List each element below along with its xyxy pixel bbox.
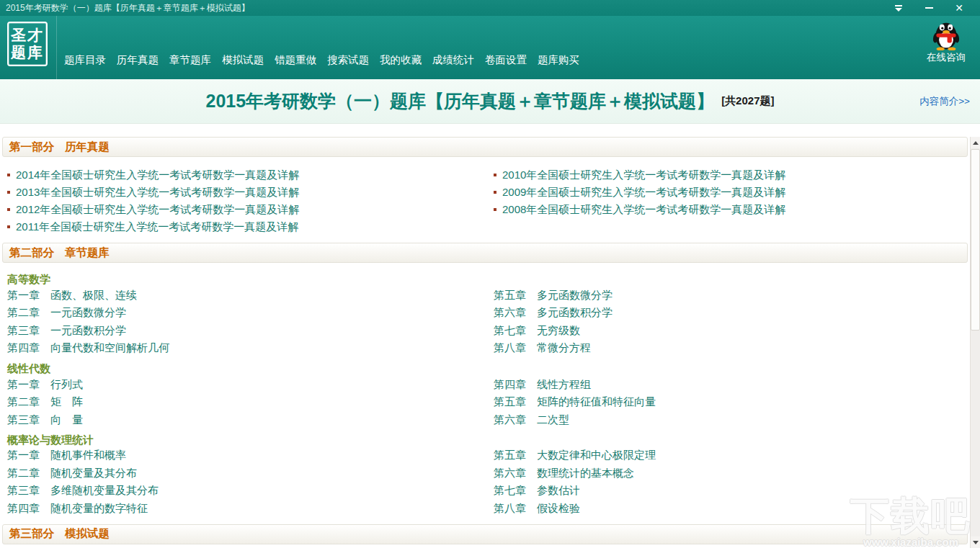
list-item: 第三章多维随机变量及其分布 [0,482,486,500]
chapter-link[interactable]: 第三章多维随机变量及其分布 [7,484,159,498]
list-item: 2013年全国硕士研究生入学统一考试考研数学一真题及详解 [0,184,486,201]
chapter-title: 矩 阵 [50,395,83,408]
chapter-link[interactable]: 第三章向 量 [7,413,83,427]
list-item: 2008年全国硕士研究生入学统一考试考研数学一真题及详解 [486,201,970,218]
list-item: 第三章一元函数积分学 [0,322,486,340]
close-icon: ✕ [955,3,963,13]
chapter-title: 数理统计的基本概念 [537,467,634,479]
chapter-link[interactable]: 第五章多元函数微分学 [494,289,612,302]
chapter-right-column: 第四章线性方程组 第五章矩阵的特征值和特征向量 第六章二次型 [486,376,970,429]
past-exam-left-column: 2014年全国硕士研究生入学统一考试考研数学一真题及详解 2013年全国硕士研究… [0,166,486,235]
past-exam-link-2010[interactable]: 2010年全国硕士研究生入学统一考试考研数学一真题及详解 [502,169,785,182]
part1-label: 第一部分 [9,140,54,155]
chapter-link[interactable]: 第四章向量代数和空间解析几何 [7,341,169,355]
past-exam-link-2011[interactable]: 2011年全国硕士研究生入学统一考试考研数学一真题及详解 [16,220,298,234]
minimize-icon [925,7,933,9]
chapter-link[interactable]: 第四章线性方程组 [494,378,591,392]
past-exam-link-2012[interactable]: 2012年全国硕士研究生入学统一考试考研数学一真题及详解 [16,203,299,217]
nav-item-favorites[interactable]: 我的收藏 [379,51,422,69]
chapter-number: 第八章 [494,341,526,354]
chapter-right-column: 第五章多元函数微分学 第六章多元函数积分学 第七章无穷级数 第八章常微分方程 [486,287,970,357]
chapter-link[interactable]: 第三章一元函数积分学 [7,324,126,338]
chapter-number: 第一章 [7,378,40,390]
chapter-link[interactable]: 第二章矩 阵 [7,395,83,409]
scroll-down-button[interactable] [971,536,980,548]
subject-heading-probability: 概率论与数理统计 [0,433,970,447]
nav-item-catalog[interactable]: 题库目录 [63,51,107,69]
chapter-number: 第四章 [494,378,526,390]
arrow-up-icon [973,141,979,145]
bullet-icon [7,174,10,176]
list-item: 2012年全国硕士研究生入学统一考试考研数学一真题及详解 [0,201,486,218]
past-exam-link-2008[interactable]: 2008年全国硕士研究生入学统一考试考研数学一真题及详解 [502,203,785,217]
list-item: 2009年全国硕士研究生入学统一考试考研数学一真题及详解 [486,184,970,201]
vertical-scrollbar[interactable] [970,137,980,548]
part3-label: 第三部分 [9,526,54,542]
scrollbar-thumb[interactable] [971,149,980,331]
subject-heading-linear-algebra: 线性代数 [0,361,970,376]
chapter-link[interactable]: 第七章参数估计 [494,484,580,498]
nav-item-redo-wrong[interactable]: 错题重做 [274,51,317,69]
advanced-math-chapters: 第一章函数、极限、连续 第二章一元函数微分学 第三章一元函数积分学 第四章向量代… [0,287,970,357]
past-exam-link-2013[interactable]: 2013年全国硕士研究生入学统一考试考研数学一真题及详解 [16,186,299,199]
nav-item-chapter-bank[interactable]: 章节题库 [169,51,212,69]
list-item: 第六章二次型 [486,411,970,429]
past-exam-links: 2014年全国硕士研究生入学统一考试考研数学一真题及详解 2013年全国硕士研究… [0,166,970,235]
list-item: 第三章向 量 [0,411,486,429]
nav-item-paper-settings[interactable]: 卷面设置 [484,51,527,69]
chapter-link[interactable]: 第一章行列式 [7,378,83,392]
online-service-button[interactable]: 在线咨询 [918,17,974,64]
chapter-link[interactable]: 第二章随机变量及其分布 [7,467,137,480]
qq-penguin-icon [931,17,961,50]
chapter-left-column: 第一章随机事件和概率 第二章随机变量及其分布 第三章多维随机变量及其分布 第四章… [0,447,486,518]
list-item: 第四章向量代数和空间解析几何 [0,340,486,358]
past-exam-link-2014[interactable]: 2014年全国硕士研究生入学统一考试考研数学一真题及详解 [16,169,299,182]
nav-item-past-exams[interactable]: 历年真题 [116,51,159,69]
close-button[interactable]: ✕ [951,2,967,14]
list-item: 2014年全国硕士研究生入学统一考试考研数学一真题及详解 [0,166,486,184]
chapter-number: 第三章 [7,484,40,496]
chapter-title: 一元函数积分学 [50,324,126,336]
chapter-link[interactable]: 第四章随机变量的数字特征 [7,502,148,516]
chapter-link[interactable]: 第七章无穷级数 [494,324,580,338]
chapter-title: 行列式 [50,378,83,390]
nav-item-score-stats[interactable]: 成绩统计 [432,51,475,69]
list-item: 第五章多元函数微分学 [486,287,970,305]
app-window: 2015年考研数学（一）题库【历年真题＋章节题库＋模拟试题】 ✕ 圣才 题库 题… [0,0,980,548]
scroll-up-button[interactable] [971,137,980,148]
nav-item-mock-exams[interactable]: 模拟试题 [221,51,264,69]
chapter-link[interactable]: 第八章假设检验 [494,502,580,516]
chapter-link[interactable]: 第八章常微分方程 [494,341,591,355]
chapter-title: 多元函数微分学 [537,289,612,301]
list-item: 第六章多元函数积分学 [486,305,970,323]
skin-menu-button[interactable] [891,2,906,14]
list-item: 第八章假设检验 [486,500,970,518]
list-item: 第五章矩阵的特征值和特征向量 [486,394,970,412]
minimize-button[interactable] [921,2,937,14]
nav-item-search[interactable]: 搜索试题 [326,51,370,69]
chapter-link[interactable]: 第五章大数定律和中心极限定理 [494,449,656,462]
chapter-link[interactable]: 第一章函数、极限、连续 [7,289,137,302]
part3-name: 模拟试题 [65,526,110,542]
chapter-link[interactable]: 第二章一元函数微分学 [7,306,126,320]
past-exam-link-2009[interactable]: 2009年全国硕士研究生入学统一考试考研数学一真题及详解 [502,186,785,199]
bullet-icon [7,225,10,228]
chapter-link[interactable]: 第五章矩阵的特征值和特征向量 [494,395,656,409]
chapter-link[interactable]: 第六章多元函数积分学 [494,306,612,320]
content-intro-link[interactable]: 内容简介>> [919,95,970,108]
list-item: 第五章大数定律和中心极限定理 [486,447,970,465]
main-navbar: 圣才 题库 题库目录 历年真题 章节题库 模拟试题 错题重做 搜索试题 我的收藏… [0,16,980,79]
nav-menu: 题库目录 历年真题 章节题库 模拟试题 错题重做 搜索试题 我的收藏 成绩统计 … [63,51,580,69]
part2-header: 第二部分 章节题库 [2,243,968,263]
chapter-link[interactable]: 第一章随机事件和概率 [7,449,126,462]
list-item: 第一章函数、极限、连续 [0,287,486,305]
question-count: [共2027题] [721,94,774,108]
chapter-number: 第六章 [494,467,526,479]
chapter-number: 第六章 [494,306,526,318]
nav-item-purchase[interactable]: 题库购买 [537,51,580,69]
chapter-link[interactable]: 第六章数理统计的基本概念 [494,467,634,480]
page-title: 2015年考研数学（一）题库【历年真题＋章节题库＋模拟试题】 [206,89,715,113]
bullet-icon [494,191,496,194]
chapter-link[interactable]: 第六章二次型 [494,413,569,427]
chapter-left-column: 第一章行列式 第二章矩 阵 第三章向 量 [0,376,486,429]
